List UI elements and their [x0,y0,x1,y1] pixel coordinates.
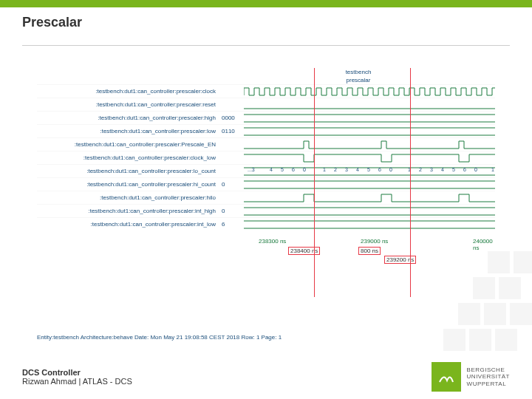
signal-label: :testbench:dut1:can_controller:prescaler… [37,128,222,134]
signal-label: :testbench:dut1:can_controller:prescaler… [37,194,222,201]
footer-text: DCS Controller Rizwan Ahmad | ATLAS - DC… [22,368,132,386]
hilo-wave [244,191,495,205]
timetick-0: 238300 ns [259,238,286,245]
hi-count-wave [244,178,495,191]
signal-label: :testbench:dut1:can_controller:prescaler… [37,154,222,161]
clock-low-wave [244,151,495,165]
count-v: 0 [389,167,392,172]
university-name: BERGISCHE UNIVERSITÄT WUPPERTAL [467,366,510,388]
signal-label: :testbench:dut1:can_controller:prescaler… [37,221,222,228]
count-v: 5 [367,167,370,172]
count-v: 1 [491,167,494,172]
count-v: 6 [292,167,295,172]
svg-rect-14 [514,251,532,273]
footer: DCS Controller Rizwan Ahmad | ATLAS - DC… [22,362,510,392]
footer-author: Rizwan Ahmad | ATLAS - DCS [22,377,132,386]
signal-label: :testbench:dut1:can_controller:prescaler… [37,115,222,121]
int-high-wave [244,205,495,218]
cursor-box-1: 800 ns [358,247,381,255]
svg-rect-19 [510,303,532,325]
count-v: 4 [441,167,444,172]
signal-label: :testbench:dut1:can_controller:prescaler… [37,141,222,148]
entity-info-line: Entity:testbench Architecture:behave Dat… [37,334,495,341]
signal-value: 0 [222,208,244,214]
low-wave [244,125,495,138]
logo-icon [432,362,461,392]
count-v: 6 [378,167,381,172]
header-accent-bar [0,0,532,7]
footer-title: DCS Controller [22,368,81,377]
signal-value: 0 [222,181,244,188]
count-v: 6 [463,167,466,172]
cursor-line-2 [410,68,411,297]
signal-row-high: :testbench:dut1:can_controller:prescaler… [37,111,495,124]
cursor-box-0: 238400 ns [288,247,320,255]
count-v: 1 [323,167,326,172]
signal-row-low: :testbench:dut1:can_controller:prescaler… [37,124,495,137]
high-wave [244,112,495,125]
svg-rect-16 [499,277,521,299]
top-label-0: testbench [222,68,495,76]
signal-row-prescale-en: :testbench:dut1:can_controller:prescaler… [37,137,495,151]
count-v: 3 [430,167,433,172]
count-v: 4 [356,167,359,172]
page-title: Prescalar [22,15,510,30]
signal-label: :testbench:dut1:can_controller:prescaler… [37,168,222,174]
timetick-1: 239000 ns [361,238,388,245]
prescale-en-wave [244,138,495,151]
signal-value: 0110 [222,128,244,134]
count-v: 0 [303,167,306,172]
signal-row-reset: :testbench:dut1:can_controller:prescaler… [37,98,495,111]
count-v: 3 [345,167,348,172]
timescale: 238300 ns 239000 ns 240000 ns 238400 ns … [37,238,495,267]
signal-row-hi-count: :testbench:dut1:can_controller:prescaler… [37,177,495,191]
waveform-diagram: testbench prescalar :testbench:dut1:can_… [37,68,495,319]
timetick-2: 240000 ns [473,238,495,251]
count-v: 2 [419,167,422,172]
title-section: Prescalar [0,7,532,41]
cursor-line-1 [314,68,315,297]
signal-value: 0000 [222,115,244,121]
signal-row-int-high: :testbench:dut1:can_controller:prescaler… [37,204,495,217]
clock-wave [244,85,495,98]
count-v: 5 [452,167,455,172]
signal-row-hilo: :testbench:dut1:can_controller:prescaler… [37,191,495,204]
signal-row-clock-low: :testbench:dut1:can_controller:prescaler… [37,151,495,164]
count-v: 0 [474,167,477,172]
signal-label: :testbench:dut1:can_controller:prescaler… [37,208,222,214]
top-label-1: prescalar [222,76,495,84]
signal-label: :testbench:dut1:can_controller:prescaler… [37,88,222,95]
count-v: 5 [281,167,284,172]
int-low-wave [244,218,495,231]
signal-row-lo-count: :testbench:dut1:can_controller:prescaler… [37,164,495,177]
signal-value: 6 [222,221,244,228]
signal-row-clock: :testbench:dut1:can_controller:prescaler… [37,84,495,98]
count-v: ...3 [248,167,255,172]
count-v: 2 [334,167,337,172]
cursor-box-2: 239200 ns [384,256,416,264]
university-logo: BERGISCHE UNIVERSITÄT WUPPERTAL [432,362,510,392]
signal-row-int-low: :testbench:dut1:can_controller:prescaler… [37,217,495,231]
title-underline [22,45,510,46]
count-v: 4 [270,167,273,172]
svg-rect-22 [495,329,517,351]
signal-label: :testbench:dut1:can_controller:prescaler… [37,181,222,188]
reset-wave [244,98,495,112]
signal-label: :testbench:dut1:can_controller:prescaler… [37,101,222,108]
